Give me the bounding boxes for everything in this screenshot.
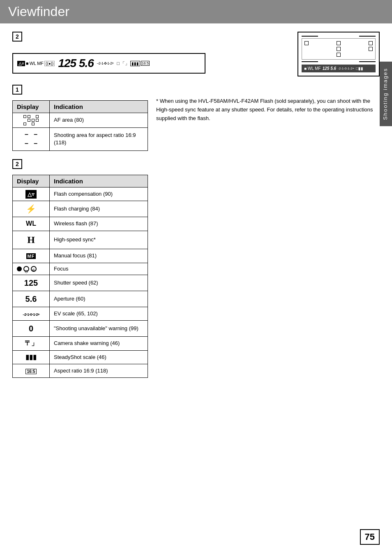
table2-display-ratio: 16:5	[13, 364, 50, 377]
mf-badge: MF	[26, 253, 36, 259]
table-row: 16:5 Aspect ratio 16:9 (118)	[13, 364, 148, 377]
vf-dot-4	[337, 47, 341, 51]
focus-circle-solid	[17, 266, 22, 271]
table2-indication-shake: Camera shake warning (46)	[50, 337, 148, 350]
table2-indication-125: Shutter speed (62)	[50, 275, 148, 291]
table2-indication-wl: Wireless flash (87)	[50, 217, 148, 231]
table-row: ○ C Focus	[13, 263, 148, 275]
table2-display-steady: ▮▮▮	[13, 350, 50, 364]
table2-col2-header: Indication	[50, 175, 148, 187]
section2-table: Display Indication △▿ Flash compensation…	[12, 175, 148, 378]
vf-row-3	[304, 53, 373, 57]
table2-display-h: H	[13, 231, 50, 249]
table-row: 5.6 Aperture (60)	[13, 291, 148, 307]
title-bar: Viewfinder	[0, 0, 392, 23]
lcd-numbers: 125 5.6	[58, 57, 93, 70]
table2-indication-flash-charge: Flash charging (84)	[50, 201, 148, 217]
section1-header: 1	[12, 85, 148, 98]
table2-display-56: 5.6	[13, 291, 50, 307]
lcd-ev-scale: –2··1··0··1··2+	[97, 61, 113, 65]
section2-header: 2	[12, 159, 148, 172]
vf-dot-2	[337, 41, 341, 45]
vf-strip-icons: ■ WL MF	[304, 66, 321, 71]
vf-line-right	[359, 36, 376, 37]
diagram-area: 2 △▿ ■ WL MF ((●)) 125 5.6 –2··1··0··1··…	[12, 32, 380, 76]
section2-label: 2	[12, 159, 22, 169]
table-row: 0 "Shooting unavailable" warning (99)	[13, 321, 148, 337]
table2-indication-ev: EV scale (65, 102)	[50, 307, 148, 320]
focus-circle-partial: C	[31, 266, 37, 272]
vf-row-1	[304, 41, 373, 45]
left-diagram: 2 △▿ ■ WL MF ((●)) 125 5.6 –2··1··0··1··…	[12, 32, 289, 74]
table-section-2: 2 Display Indication △▿	[12, 159, 148, 378]
page-title: Viewfinder	[8, 4, 384, 19]
table-row: MF Manual focus (81)	[13, 249, 148, 263]
tables-section: 1 Display Indication	[12, 85, 380, 386]
table-row: – – – – Shooting area for aspect ratio 1…	[13, 128, 148, 151]
viewfinder-inner	[302, 38, 376, 60]
table-row: –2··1··0··1··2+ EV scale (65, 102)	[13, 307, 148, 320]
table-row: 125 Shutter speed (62)	[13, 275, 148, 291]
ratio-badge: 16:5	[25, 369, 36, 374]
lcd-bar-icon: ▮▮▮	[130, 61, 140, 66]
side-tab-label: Shooting images	[380, 62, 392, 126]
viewfinder-bottom-lines	[302, 61, 376, 62]
table-row: △▿ Flash compensation (90)	[13, 187, 148, 201]
table2-indication-56: Aperture (60)	[50, 291, 148, 307]
table1-display-2: – – – –	[13, 128, 50, 151]
focus-circle-ring: ○	[23, 266, 29, 272]
table2-indication-flash-comp: Flash compensation (90)	[50, 187, 148, 201]
vf-dot-1	[304, 41, 309, 45]
table2-display-shake: 〒」	[13, 337, 50, 350]
right-note-area: * When using the HVL-F58AM/HVL-F42AM Fla…	[156, 85, 380, 123]
right-viewfinder: ■ WL MF 125 5.6 -2-1-0-1-2+ □▮▮	[297, 32, 380, 76]
page-number: 75	[360, 529, 380, 545]
vf-row-2	[304, 47, 373, 51]
table1-col2-header: Indication	[50, 101, 148, 113]
focus-icons-row: ○ C	[17, 266, 45, 272]
table1-display-1	[13, 113, 50, 128]
table2-indication-h: High-speed sync*	[50, 231, 148, 249]
vf-bottom-line-left	[302, 61, 318, 62]
table2-indication-steady: SteadyShot scale (46)	[50, 350, 148, 364]
vf-dot-5	[369, 47, 373, 51]
table-row: ▮▮▮ SteadyShot scale (46)	[13, 350, 148, 364]
vf-strip-scale: -2-1-0-1-2+	[338, 67, 354, 70]
lcd-left-icons: △▿ ■ WL MF ((●))	[17, 61, 55, 66]
table-row: AF area (80)	[13, 113, 148, 128]
table2-display-focus: ○ C	[13, 263, 50, 275]
lcd-zero-icon: □	[117, 61, 120, 66]
lcd-ratio-icon: 16:5	[141, 61, 150, 66]
table2-indication-ratio: Aspect ratio 16:9 (118)	[50, 364, 148, 377]
table-row: 〒」 Camera shake warning (46)	[13, 337, 148, 350]
table2-display-wl: WL	[13, 217, 50, 231]
lcd-strip: △▿ ■ WL MF ((●)) 125 5.6 –2··1··0··1··2+…	[12, 53, 205, 74]
lcd-circle-icon: ((●))	[44, 61, 55, 66]
section2-top-label: 2	[12, 32, 22, 42]
table2-indication-focus: Focus	[50, 263, 148, 275]
table2-display-ev: –2··1··0··1··2+	[13, 307, 50, 320]
table2-indication-mf: Manual focus (81)	[50, 249, 148, 263]
viewfinder-top-lines	[302, 36, 376, 37]
vf-bottom-strip: ■ WL MF 125 5.6 -2-1-0-1-2+ □▮▮	[302, 65, 376, 72]
lcd-right-icons: □ 「」 ▮▮▮ 16:5	[117, 60, 150, 67]
table2-display-flash-comp: △▿	[13, 187, 50, 201]
section1-label: 1	[12, 85, 22, 95]
vf-dot-3	[369, 41, 373, 45]
lcd-scene-icon: ■	[26, 61, 29, 66]
asterisk-note: * When using the HVL-F58AM/HVL-F42AM Fla…	[156, 97, 380, 123]
lcd-mf-icon: MF	[37, 61, 44, 66]
table2-display-mf: MF	[13, 249, 50, 263]
table2-indication-0: "Shooting unavailable" warning (99)	[50, 321, 148, 337]
lcd-wl-icon: WL	[30, 61, 37, 66]
main-content: 2 △▿ ■ WL MF ((●)) 125 5.6 –2··1··0··1··…	[0, 32, 392, 398]
table2-display-125: 125	[13, 275, 50, 291]
vf-bottom-line-right	[359, 61, 376, 62]
table-row: H High-speed sync*	[13, 231, 148, 249]
vf-strip-right: □▮▮	[356, 66, 363, 71]
lcd-flash-comp-icon: △▿	[17, 61, 25, 66]
vf-dot-6	[337, 53, 341, 57]
table1-indication-1: AF area (80)	[50, 113, 148, 128]
vf-strip-numbers: 125 5.6	[323, 66, 336, 71]
table-row: ⚡ Flash charging (84)	[13, 201, 148, 217]
